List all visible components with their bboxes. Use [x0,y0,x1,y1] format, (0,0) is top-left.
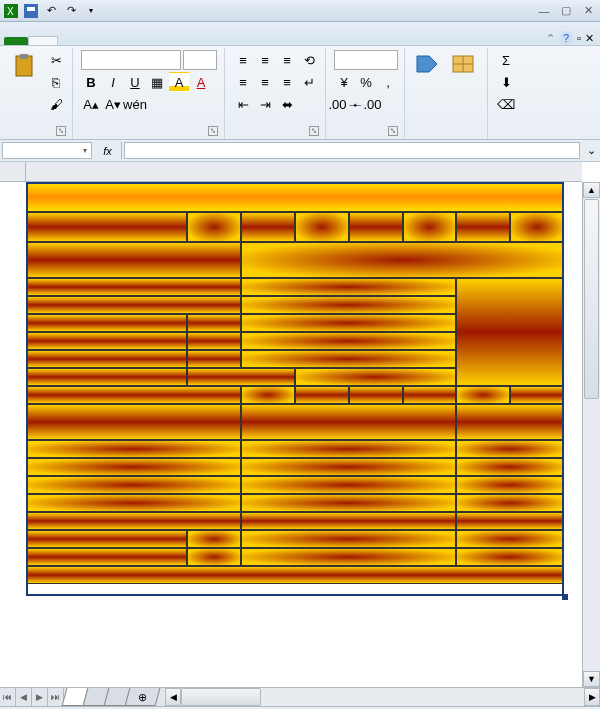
sheet-next-icon[interactable]: ▶ [32,688,48,706]
formula-bar[interactable] [124,142,580,159]
align-launcher[interactable]: ⤡ [309,126,319,136]
font-launcher[interactable]: ⤡ [208,126,218,136]
phonetic-icon[interactable]: wén [125,94,145,114]
cell-postcode[interactable] [241,278,456,296]
comma-icon[interactable]: , [378,72,398,92]
cell-recommend[interactable] [510,212,564,242]
cell-address[interactable] [241,242,564,278]
underline-icon[interactable]: U [125,72,145,92]
format-painter-icon[interactable]: 🖌 [46,94,66,114]
vscroll-thumb[interactable] [584,199,599,399]
label-unit-tel [456,512,564,530]
align-left-icon[interactable]: ≡ [233,72,253,92]
undo-icon[interactable]: ↶ [42,2,60,20]
align-middle-icon[interactable]: ≡ [255,50,275,70]
fill-color-icon[interactable]: A [169,72,189,92]
cell-school[interactable] [456,386,510,404]
sheet-first-icon[interactable]: ⏮ [0,688,16,706]
maximize-icon[interactable]: ▢ [556,3,576,19]
decrease-decimal-icon[interactable]: ←.00 [356,94,376,114]
tab-review[interactable] [170,37,198,45]
redo-icon[interactable]: ↷ [62,2,80,20]
vertical-scrollbar[interactable]: ▲ ▼ [582,182,600,687]
scroll-right-icon[interactable]: ▶ [584,688,600,706]
cell-phs[interactable] [241,350,456,368]
sheet-nav: ⏮ ◀ ▶ ⏭ [0,688,64,706]
tab-layout[interactable] [86,37,114,45]
fill-icon[interactable]: ⬇ [496,72,516,92]
window-close-icon[interactable]: ✕ [585,32,594,45]
tab-view[interactable] [198,37,226,45]
save-icon[interactable] [22,2,40,20]
tab-insert[interactable] [58,37,86,45]
italic-icon[interactable]: I [103,72,123,92]
tab-addins[interactable] [226,37,254,45]
horizontal-scrollbar[interactable]: ◀ ▶ [165,688,600,706]
number-format-select[interactable] [334,50,398,70]
cell-province[interactable] [241,386,295,404]
qat-dropdown-icon[interactable]: ▾ [82,2,100,20]
cell-recipient[interactable] [241,296,456,314]
increase-indent-icon[interactable]: ⇥ [255,94,275,114]
font-color-icon[interactable]: A [191,72,211,92]
cells-button[interactable] [449,50,481,84]
cell-home-tel[interactable] [295,368,456,386]
help-icon[interactable]: ? [559,31,573,45]
fx-icon[interactable]: fx [94,142,122,159]
cell-contact-name[interactable] [241,314,456,332]
name-box[interactable]: ▾ [2,142,92,159]
sheet-prev-icon[interactable]: ◀ [16,688,32,706]
cut-icon[interactable]: ✂ [46,50,66,70]
currency-icon[interactable]: ¥ [334,72,354,92]
align-top-icon[interactable]: ≡ [233,50,253,70]
cell-name[interactable] [187,212,241,242]
styles-icon [415,52,443,80]
cell-mobile[interactable] [241,332,456,350]
tab-formulas[interactable] [114,37,142,45]
cell-birth[interactable] [403,212,457,242]
clipboard-launcher[interactable]: ⤡ [56,126,66,136]
window-restore-icon[interactable]: ▫ [577,32,581,44]
close-icon[interactable]: ✕ [578,3,598,19]
scroll-down-icon[interactable]: ▼ [583,671,600,687]
label-recipient [26,296,241,314]
percent-icon[interactable]: % [356,72,376,92]
minimize-icon[interactable]: — [534,3,554,19]
merge-icon[interactable]: ⬌ [277,94,297,114]
grid[interactable] [26,182,582,687]
worksheet[interactable]: ▲ ▼ [0,162,600,687]
bold-icon[interactable]: B [81,72,101,92]
copy-icon[interactable]: ⎘ [46,72,66,92]
decrease-font-icon[interactable]: A▾ [103,94,123,114]
align-center-icon[interactable]: ≡ [255,72,275,92]
tab-home[interactable] [28,36,58,45]
namebox-dropdown-icon[interactable]: ▾ [83,146,87,155]
cell-styles-button[interactable] [413,50,445,84]
hscroll-thumb[interactable] [181,688,261,706]
font-name-select[interactable] [81,50,181,70]
autosum-icon[interactable]: Σ [496,50,516,70]
ribbon-minimize-icon[interactable]: ⌃ [546,32,555,45]
scroll-left-icon[interactable]: ◀ [165,688,181,706]
paste-button[interactable] [10,50,42,84]
scroll-up-icon[interactable]: ▲ [583,182,600,198]
align-right-icon[interactable]: ≡ [277,72,297,92]
excel-icon[interactable]: X [2,2,20,20]
font-size-select[interactable] [183,50,217,70]
number-launcher[interactable]: ⤡ [388,126,398,136]
decrease-indent-icon[interactable]: ⇤ [233,94,253,114]
cell-gender[interactable] [295,212,349,242]
select-all-corner[interactable] [0,162,26,182]
label-school [26,386,241,404]
increase-font-icon[interactable]: A▴ [81,94,101,114]
sheet-new-icon[interactable]: ⊕ [125,688,161,706]
formula-expand-icon[interactable]: ⌄ [582,140,600,161]
orientation-icon[interactable]: ⟲ [299,50,319,70]
tab-file[interactable] [4,37,28,45]
align-bottom-icon[interactable]: ≡ [277,50,297,70]
wrap-text-icon[interactable]: ↵ [299,72,319,92]
tab-data[interactable] [142,37,170,45]
border-icon[interactable]: ▦ [147,72,167,92]
fill-handle[interactable] [562,594,568,600]
clear-icon[interactable]: ⌫ [496,94,516,114]
